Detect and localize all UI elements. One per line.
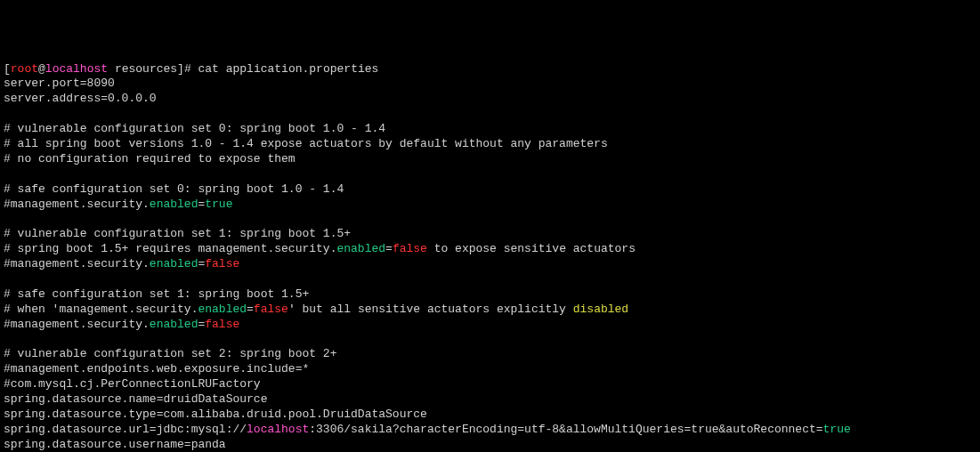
- comment-line: # vulnerable configuration set 2: spring…: [4, 347, 336, 360]
- comment-line: #com.mysql.cj.PerConnectionLRUFactory: [4, 377, 261, 391]
- at-sign: @: [38, 62, 45, 76]
- prompt-line-1: [root@localhost resources]# cat applicat…: [4, 62, 378, 76]
- keyword-enabled: enabled: [336, 242, 385, 255]
- config-line: spring.datasource.name=druidDataSource: [4, 392, 267, 406]
- bracket: [: [4, 62, 11, 76]
- value-true: true: [823, 423, 851, 436]
- config-line: #management.security.enabled=true: [4, 198, 232, 211]
- keyword-disabled: disabled: [573, 303, 628, 316]
- config-line: spring.datasource.username=panda: [4, 438, 226, 451]
- config-line: spring.datasource.type=com.alibaba.druid…: [4, 408, 427, 421]
- value-false: false: [205, 318, 239, 331]
- comment-line: # safe configuration set 1: spring boot …: [4, 287, 309, 301]
- value-false: false: [393, 242, 427, 255]
- keyword-enabled: enabled: [150, 318, 198, 331]
- prompt-dir: resources: [115, 62, 177, 76]
- space: [108, 62, 115, 76]
- config-line: #management.security.enabled=false: [4, 257, 239, 270]
- value-false: false: [254, 303, 288, 316]
- value-false: false: [205, 257, 239, 270]
- config-line: server.port=8090: [4, 77, 115, 90]
- prompt-user: root: [11, 62, 38, 76]
- config-line: server.address=0.0.0.0: [4, 92, 157, 105]
- keyword-enabled: enabled: [150, 257, 198, 270]
- comment-line: # vulnerable configuration set 1: spring…: [4, 227, 351, 240]
- command: cat application.properties: [198, 62, 379, 76]
- keyword-enabled: enabled: [150, 198, 198, 211]
- comment-line: # vulnerable configuration set 0: spring…: [4, 122, 385, 135]
- comment-line: # all spring boot versions 1.0 - 1.4 exp…: [4, 137, 608, 150]
- terminal-output[interactable]: [root@localhost resources]# cat applicat…: [4, 62, 976, 452]
- keyword-enabled: enabled: [198, 303, 247, 316]
- comment-line: #management.endpoints.web.exposure.inclu…: [4, 362, 309, 375]
- comment-line: # no configuration required to expose th…: [4, 152, 296, 165]
- config-line: #management.security.enabled=false: [4, 318, 239, 331]
- comment-line: # safe configuration set 0: spring boot …: [4, 182, 344, 196]
- prompt-host: localhost: [45, 62, 108, 76]
- comment-line: # when 'management.security.enabled=fals…: [4, 303, 628, 316]
- hostname: localhost: [247, 423, 309, 436]
- bracket-close: ]#: [177, 62, 198, 76]
- comment-line: # spring boot 1.5+ requires management.s…: [4, 242, 636, 255]
- value-true: true: [205, 198, 232, 211]
- config-line: spring.datasource.url=jdbc:mysql://local…: [4, 423, 851, 436]
